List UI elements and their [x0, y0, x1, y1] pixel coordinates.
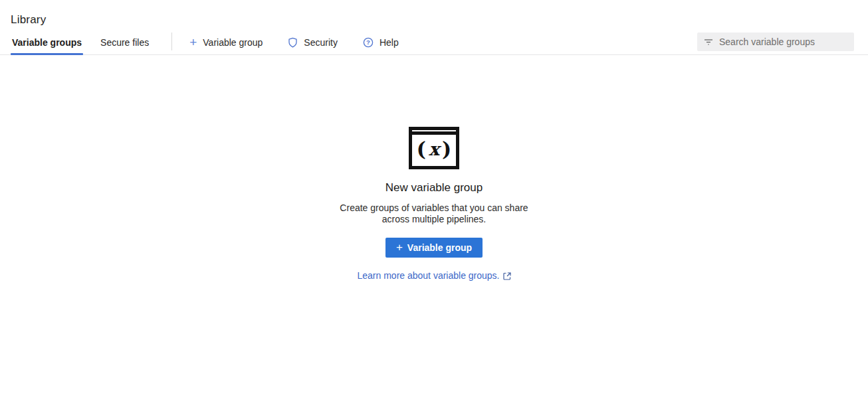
search-box[interactable]: [697, 33, 854, 51]
plus-icon: +: [396, 242, 403, 253]
plus-icon: +: [189, 36, 197, 48]
help-icon: ?: [363, 37, 374, 48]
shield-icon: [288, 37, 298, 48]
tab-secure-files-label: Secure files: [100, 37, 149, 48]
page-header: Library: [0, 0, 868, 31]
new-variable-group-command-label: Variable group: [203, 37, 263, 48]
filter-icon: [704, 38, 713, 46]
variable-group-button-label: Variable group: [407, 242, 472, 253]
empty-state-title: New variable group: [385, 181, 483, 195]
tab-secure-files[interactable]: Secure files: [99, 31, 150, 54]
variable-group-button[interactable]: + Variable group: [385, 238, 483, 258]
main-content: ( x ) New variable group Create groups o…: [0, 55, 868, 281]
learn-more-row: Learn more about variable groups.: [357, 270, 510, 281]
tab-variable-groups-label: Variable groups: [12, 37, 82, 48]
external-link-icon: [503, 272, 511, 280]
empty-state: ( x ) New variable group Create groups o…: [328, 127, 540, 281]
help-command[interactable]: ? Help: [355, 31, 407, 54]
page-title: Library: [11, 13, 857, 27]
help-command-label: Help: [380, 37, 399, 48]
library-page: Library Variable groups Secure files + V…: [0, 0, 868, 399]
tab-command-bar: Variable groups Secure files + Variable …: [0, 31, 868, 55]
security-command[interactable]: Security: [280, 31, 346, 54]
window-icon-titlebar: [412, 130, 456, 135]
tab-list: Variable groups Secure files: [11, 31, 166, 54]
security-command-label: Security: [304, 37, 338, 48]
new-variable-group-command[interactable]: + Variable group: [181, 31, 271, 54]
search-input[interactable]: [719, 37, 847, 47]
toolbar-divider: [171, 33, 172, 50]
svg-text:?: ?: [366, 39, 370, 46]
learn-more-link[interactable]: Learn more about variable groups.: [357, 270, 499, 281]
empty-state-description: Create groups of variables that you can …: [340, 202, 528, 225]
command-toolbar: + Variable group Security ?: [181, 31, 416, 54]
tab-variable-groups[interactable]: Variable groups: [11, 31, 83, 54]
window-icon-content: ( x ): [412, 135, 456, 166]
variable-group-window-icon: ( x ): [409, 127, 459, 169]
